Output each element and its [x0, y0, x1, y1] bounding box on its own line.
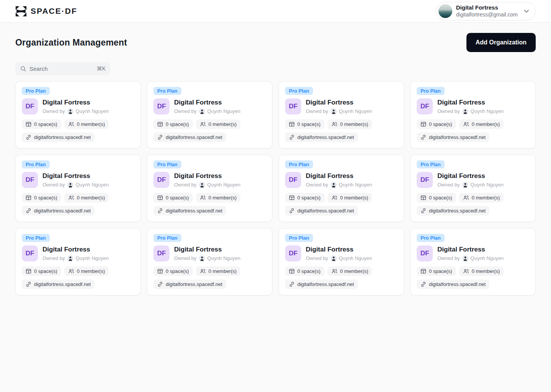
owner-avatar-icon	[331, 108, 337, 114]
domain-text: digitalfortress.spacedf.net	[34, 281, 91, 287]
domain-row: digitalfortress.spacedf.net	[285, 206, 398, 216]
org-card[interactable]: Pro Plan DF Digital Fortress Owned by Qu…	[410, 81, 536, 149]
layout-grid-icon	[289, 195, 295, 201]
members-chip: 0 member(s)	[64, 193, 109, 203]
spaces-count: 0 space(s)	[429, 195, 452, 201]
stats-row: 0 space(s) 0 member(s)	[153, 266, 266, 276]
domain-chip[interactable]: digitalfortress.spacedf.net	[22, 132, 95, 142]
org-card-head: DF Digital Fortress Owned by Quynh Nguye…	[22, 98, 134, 114]
org-avatar: DF	[22, 172, 38, 188]
org-avatar: DF	[22, 245, 38, 261]
search-input[interactable]	[29, 65, 94, 72]
user-menu[interactable]: Digital Fortress digitalfortress@gmail.c…	[436, 2, 536, 20]
org-card[interactable]: Pro Plan DF Digital Fortress Owned by Qu…	[410, 228, 536, 296]
domain-chip[interactable]: digitalfortress.spacedf.net	[285, 206, 358, 216]
org-card[interactable]: Pro Plan DF Digital Fortress Owned by Qu…	[279, 155, 404, 222]
owner-avatar-icon	[67, 255, 73, 261]
owner-avatar-icon	[462, 108, 468, 114]
owned-by-label: Owned by	[437, 255, 460, 261]
domain-chip[interactable]: digitalfortress.spacedf.net	[285, 132, 358, 142]
members-count: 0 member(s)	[340, 195, 368, 201]
add-organization-button[interactable]: Add Organization	[466, 33, 536, 52]
link-icon	[157, 281, 163, 287]
org-card[interactable]: Pro Plan DF Digital Fortress Owned by Qu…	[147, 81, 272, 149]
org-card[interactable]: Pro Plan DF Digital Fortress Owned by Qu…	[147, 228, 272, 296]
spaces-count: 0 space(s)	[429, 121, 452, 127]
plan-badge: Pro Plan	[417, 160, 445, 168]
layout-grid-icon	[289, 268, 295, 274]
spacedf-logo-icon	[15, 6, 27, 16]
owner-avatar-icon	[331, 182, 337, 188]
layout-grid-icon	[421, 195, 426, 201]
owner-avatar-icon	[67, 182, 73, 188]
org-avatar: DF	[22, 98, 38, 114]
owner-row: Owned by Quynh Nguyen	[437, 255, 504, 261]
stats-row: 0 space(s) 0 member(s)	[22, 119, 134, 129]
brand: SPACE·DF	[15, 6, 77, 16]
users-group-icon	[463, 195, 469, 201]
domain-chip[interactable]: digitalfortress.spacedf.net	[417, 206, 489, 216]
org-avatar: DF	[153, 98, 170, 114]
owner-row: Owned by Quynh Nguyen	[306, 255, 372, 261]
org-card[interactable]: Pro Plan DF Digital Fortress Owned by Qu…	[410, 155, 536, 222]
users-group-icon	[331, 121, 337, 127]
org-name: Digital Fortress	[437, 246, 504, 253]
org-card[interactable]: Pro Plan DF Digital Fortress Owned by Qu…	[15, 155, 141, 222]
org-avatar: DF	[417, 98, 433, 114]
owner-name: Quynh Nguyen	[207, 255, 241, 261]
owned-by-label: Owned by	[42, 255, 65, 261]
members-count: 0 member(s)	[340, 268, 368, 274]
page-title: Organization Management	[15, 38, 127, 48]
org-card[interactable]: Pro Plan DF Digital Fortress Owned by Qu…	[15, 228, 141, 296]
spaces-count: 0 space(s)	[429, 268, 452, 274]
domain-chip[interactable]: digitalfortress.spacedf.net	[22, 206, 95, 216]
org-name: Digital Fortress	[306, 246, 372, 253]
domain-chip[interactable]: digitalfortress.spacedf.net	[285, 279, 358, 289]
owner-row: Owned by Quynh Nguyen	[42, 255, 109, 261]
spaces-chip: 0 space(s)	[285, 193, 324, 203]
spaces-count: 0 space(s)	[34, 268, 57, 274]
plan-badge: Pro Plan	[417, 234, 445, 242]
domain-chip[interactable]: digitalfortress.spacedf.net	[153, 132, 226, 142]
domain-text: digitalfortress.spacedf.net	[34, 208, 91, 214]
search-shortcut: ⌘K	[97, 65, 106, 72]
org-card[interactable]: Pro Plan DF Digital Fortress Owned by Qu…	[279, 228, 404, 296]
users-group-icon	[68, 268, 74, 274]
org-name: Digital Fortress	[42, 172, 109, 180]
brand-name: SPACE·DF	[31, 7, 77, 16]
org-card-head: DF Digital Fortress Owned by Quynh Nguye…	[153, 172, 266, 188]
domain-chip[interactable]: digitalfortress.spacedf.net	[22, 279, 95, 289]
spaces-count: 0 space(s)	[34, 195, 57, 201]
members-chip: 0 member(s)	[196, 119, 241, 129]
domain-chip[interactable]: digitalfortress.spacedf.net	[417, 132, 489, 142]
members-count: 0 member(s)	[77, 268, 105, 274]
search-box[interactable]: ⌘K	[15, 62, 110, 75]
owner-name: Quynh Nguyen	[339, 255, 372, 261]
domain-chip[interactable]: digitalfortress.spacedf.net	[153, 206, 226, 216]
spaces-chip: 0 space(s)	[285, 266, 324, 276]
stats-row: 0 space(s) 0 member(s)	[285, 193, 398, 203]
members-chip: 0 member(s)	[196, 266, 241, 276]
spaces-count: 0 space(s)	[166, 195, 189, 201]
owner-row: Owned by Quynh Nguyen	[306, 108, 372, 114]
domain-text: digitalfortress.spacedf.net	[297, 281, 354, 287]
org-card[interactable]: Pro Plan DF Digital Fortress Owned by Qu…	[15, 81, 141, 149]
stats-row: 0 space(s) 0 member(s)	[22, 266, 134, 276]
org-card-grid: Pro Plan DF Digital Fortress Owned by Qu…	[15, 81, 536, 296]
org-card[interactable]: Pro Plan DF Digital Fortress Owned by Qu…	[279, 81, 404, 149]
owned-by-label: Owned by	[42, 108, 65, 114]
link-icon	[157, 134, 163, 140]
link-icon	[289, 208, 295, 214]
user-name: Digital Fortress	[456, 4, 518, 11]
org-card[interactable]: Pro Plan DF Digital Fortress Owned by Qu…	[147, 155, 272, 222]
domain-chip[interactable]: digitalfortress.spacedf.net	[153, 279, 226, 289]
owner-name: Quynh Nguyen	[339, 182, 372, 188]
org-name: Digital Fortress	[174, 172, 240, 180]
org-avatar: DF	[285, 172, 301, 188]
link-icon	[421, 208, 426, 214]
org-name: Digital Fortress	[174, 246, 240, 253]
app-header: SPACE·DF Digital Fortress digitalfortres…	[0, 0, 551, 23]
members-chip: 0 member(s)	[459, 119, 504, 129]
owner-name: Quynh Nguyen	[471, 182, 504, 188]
domain-chip[interactable]: digitalfortress.spacedf.net	[417, 279, 489, 289]
